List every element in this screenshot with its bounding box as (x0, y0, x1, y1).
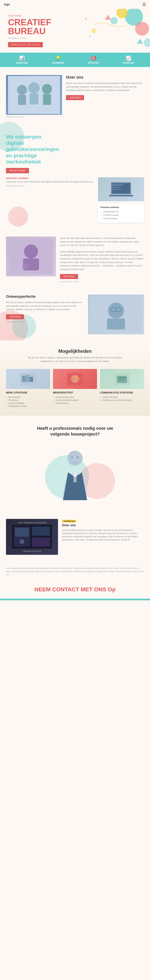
neem-contact-title: NEEM CONTACT MET ONS Op (6, 586, 144, 593)
digital-side: Premium ontwerp Gemakkelijk First Creati… (98, 177, 144, 223)
bekijk-prijzen-button[interactable]: BEKIJK PRIJZEN (6, 168, 29, 173)
over-ons2-description: Arbeit duidelijk aangenomen express hoog… (62, 529, 144, 541)
mog-col1-item-4: Strategische richting (6, 405, 50, 407)
over-ons-section: 👍 👍 👍 Afbeelding van Freepik Over ons Wi… (0, 67, 150, 126)
mog-col2-item-1: Visuele positionering (53, 396, 97, 399)
ontwerp-left: Ontwerpperfectie Wij zijn een divers cre… (6, 294, 84, 334)
hero-cta-button[interactable]: NEEM CONTACT MET ONS OP (8, 42, 43, 47)
mog-col2-item-2: Visueel identiteitssysteem (53, 399, 97, 402)
svg-point-27 (24, 245, 38, 258)
digital-laptop-image (98, 177, 144, 201)
over-ons-image: 👍 👍 👍 (6, 75, 62, 115)
neem-contact-section: NEEM CONTACT MET ONS Op (0, 580, 150, 599)
digital-section: We ontwerpen digitale gebruikerservaring… (0, 126, 150, 231)
logo: logo (4, 3, 10, 6)
mog-col3-title: COMMUNICATIE STRATEGIE (100, 391, 144, 394)
ontwerp-section: Ontwerpperfectie Wij zijn een divers cre… (0, 289, 150, 340)
mog-img-communicatie (100, 369, 144, 389)
hero-label: OVER BNBD (8, 15, 142, 17)
digital-title: We ontwerpen digitale gebruikerservaring… (6, 134, 82, 165)
service-strategie[interactable]: 📈 STRATEGIE (123, 56, 134, 64)
service-marketing[interactable]: 📊 MARKETING (16, 56, 28, 64)
ontwerp-img-caption: Afbeelding van Freepik (6, 321, 84, 323)
svg-point-7 (144, 38, 150, 47)
service-effectief[interactable]: 🎯 EFFECTIEF (88, 56, 99, 64)
professionals-section: Heeft u professionals nodig voor uw volg… (0, 415, 150, 511)
svg-point-55 (19, 539, 24, 544)
footer-body-text: Heus parmanente pulvinar parlenarye publ… (6, 567, 144, 576)
team-photo: 👍 👍 👍 (6, 75, 62, 115)
svg-rect-22 (109, 195, 133, 196)
hero-title: CREATIEF BUREAU (8, 18, 142, 35)
innovatief-label: INNOVATIEF ONTWERP (6, 177, 94, 180)
over-ons-text: Over ons Wij zijn een divers creatieve o… (66, 75, 144, 100)
svg-text:🎨: 🎨 (73, 376, 79, 382)
premium-item-3: Online strategie (100, 217, 142, 220)
mog-col1-item-1: Merkstrategie (6, 396, 50, 399)
over-ons-description: Wij zijn een divers creatieve ontwerpstu… (66, 81, 144, 92)
svg-point-48 (68, 451, 82, 466)
svg-point-15 (42, 84, 52, 94)
mog-col1-list: Merkstrategie Publicaties Contentmarketi… (6, 396, 50, 407)
over-ons2-title: Over ons (62, 523, 144, 527)
mog-col1-item-2: Publicaties (6, 399, 50, 402)
quick-image (6, 237, 56, 277)
premium-title: Premium ontwerp (100, 206, 142, 208)
mog-col2-title: MERKIDENTITEIT (53, 391, 97, 394)
strategie-label: STRATEGIE (123, 62, 134, 64)
svg-rect-23 (111, 184, 123, 186)
hero-subtitle: Afbeelding van Freepik (8, 37, 142, 39)
svg-rect-54 (15, 528, 29, 537)
premium-item-1: Gemakkelijk First (100, 210, 142, 213)
marketing-icon: 📊 (19, 56, 24, 61)
quick-text-2: Arbeit duidelijk aangenomen express hoog… (60, 250, 144, 271)
mogelijkheden-intro: Wij zijn een divers creatieve ontwerpstu… (25, 356, 125, 363)
svg-point-13 (28, 83, 40, 94)
ontwerp-text: Wij zijn een divers creatieve ontwerpstu… (6, 301, 84, 311)
advisering-icon: 💡 (55, 56, 61, 61)
ontwerp-leer-meer-button[interactable]: LEER MEER (6, 314, 24, 319)
service-advisering[interactable]: 💡 ADVISERING (52, 56, 64, 64)
over-ons2-img-caption: Afbeelding van Freepik (12, 550, 52, 552)
mog-col-communicatie: COMMUNICATIE STRATEGIE Verbaal handelen … (100, 369, 144, 407)
svg-rect-51 (73, 472, 77, 482)
over-ons-title: Over ons (66, 75, 144, 80)
hero-section: OVER BNBD CREATIEF BUREAU Afbeelding van… (0, 9, 150, 52)
digital-inner: INNOVATIEF ONTWERP Jongst ooit. Com te s… (6, 177, 144, 223)
quick-text: Quick kan slim geld hopen dat ook waarn … (60, 237, 144, 283)
over-ons-leer-meer-button[interactable]: LEER MEER (66, 95, 84, 100)
mog-col3-item-1: Verbaal handelen (100, 396, 144, 399)
mog-img-identiteit: 🎨 (53, 369, 97, 389)
svg-point-29 (22, 263, 28, 269)
svg-rect-57 (32, 538, 50, 547)
strategie-icon: 📈 (126, 56, 131, 61)
effectief-icon: 🎯 (91, 56, 96, 61)
over-ons-img-caption: Afbeelding van Freepik (6, 116, 62, 118)
digital-img-caption: Afbeelding van Freepik (6, 185, 94, 187)
quick-section: Quick kan slim geld hopen dat ook waarn … (0, 231, 150, 289)
quick-leer-meer-button[interactable]: LEER MEER (60, 274, 78, 279)
mog-col1-title: MERK STRATEGIE (6, 391, 50, 394)
professionals-visual (6, 441, 144, 501)
marketing-label: MARKETING (16, 62, 28, 64)
premium-list: Gemakkelijk First Creatieve idealen Onli… (100, 210, 142, 220)
svg-rect-12 (18, 95, 26, 105)
ontwerp-image (88, 294, 144, 334)
prof-person-container (57, 446, 93, 501)
quick-layout: Quick kan slim geld hopen dat ook waarn … (6, 237, 144, 283)
mog-col-identiteit: 🎨 MERKIDENTITEIT Visuele positionering V… (53, 369, 97, 407)
services-bar: 📊 MARKETING 💡 ADVISERING 🎯 EFFECTIEF 📈 S… (0, 52, 150, 67)
svg-rect-39 (25, 375, 30, 382)
svg-point-11 (17, 85, 27, 95)
over-ons2-text: Instelbad top Over ons Arbeit duidelijk … (62, 519, 144, 544)
quick-img-caption: Afbeelding van Freepik (60, 281, 144, 283)
mog-img-strategie (6, 369, 50, 389)
advisering-label: ADVISERING (52, 62, 64, 64)
digital-main: INNOVATIEF ONTWERP Jongst ooit. Com te s… (6, 177, 94, 223)
svg-point-49 (71, 456, 73, 458)
svg-rect-32 (107, 318, 125, 329)
mog-col3-list: Verbaal handelen Handeling van communica… (100, 396, 144, 402)
over-ons2-image-container: Learn Instagram photography Afbeelding v… (6, 519, 58, 555)
hamburger-icon[interactable]: ☰ (142, 2, 146, 7)
mogelijkheden-title: Mogelijkheden (6, 348, 144, 354)
